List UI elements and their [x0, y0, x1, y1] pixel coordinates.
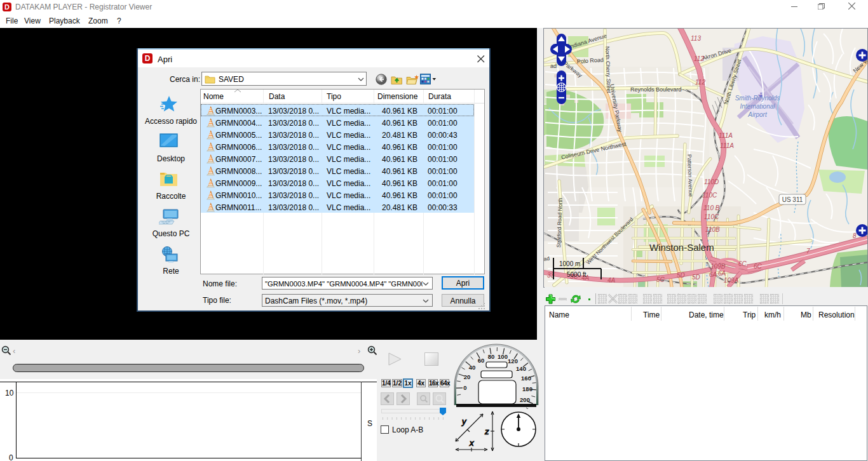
svg-text:6C: 6C	[738, 260, 747, 267]
svg-text:160: 160	[521, 375, 531, 382]
svg-text:x: x	[469, 438, 474, 448]
svg-text:6C: 6C	[754, 263, 763, 270]
svg-text:6A: 6A	[709, 271, 717, 278]
svg-text:5000 ft: 5000 ft	[567, 271, 587, 278]
svg-text:109A: 109A	[724, 277, 739, 284]
svg-text:6A: 6A	[718, 270, 726, 277]
svg-text:y: y	[461, 417, 467, 426]
svg-text:Airport: Airport	[747, 111, 768, 118]
svg-text:Smith-Reynolds: Smith-Reynolds	[735, 95, 780, 102]
svg-text:US 311: US 311	[782, 196, 803, 203]
svg-text:60: 60	[478, 357, 485, 364]
svg-text:7: 7	[806, 248, 810, 255]
svg-text:4A: 4A	[607, 277, 616, 284]
svg-text:113: 113	[691, 35, 701, 42]
svg-text:Winston-Salem: Winston-Salem	[649, 242, 714, 253]
svg-text:z: z	[484, 427, 489, 436]
svg-text:Reynolds Boulevard: Reynolds Boulevard	[630, 86, 682, 93]
svg-text:5D: 5D	[677, 272, 685, 279]
svg-text:8: 8	[853, 232, 857, 239]
svg-text:0: 0	[463, 384, 466, 391]
svg-text:140: 140	[516, 365, 526, 372]
svg-text:80: 80	[488, 353, 495, 360]
svg-text:110C: 110C	[702, 192, 717, 199]
svg-text:100: 100	[498, 353, 508, 360]
svg-text:120: 120	[508, 357, 518, 364]
svg-text:200: 200	[520, 396, 530, 403]
svg-text:111A: 111A	[719, 132, 733, 139]
svg-text:ad: ad	[550, 63, 557, 69]
svg-text:180: 180	[522, 385, 532, 392]
svg-text:5D: 5D	[692, 274, 700, 281]
svg-text:40: 40	[469, 364, 476, 371]
svg-text:International: International	[740, 103, 775, 110]
svg-text:110D: 110D	[704, 178, 719, 185]
svg-text:110C: 110C	[704, 213, 719, 220]
svg-text:111A: 111A	[720, 142, 734, 149]
svg-text:110B: 110B	[705, 226, 720, 233]
svg-text:1000 m: 1000 m	[559, 260, 580, 267]
svg-text:109B: 109B	[710, 263, 726, 270]
svg-text:112: 112	[695, 79, 705, 86]
svg-text:5C: 5C	[656, 276, 665, 283]
svg-text:112: 112	[694, 55, 704, 62]
svg-text:20: 20	[464, 373, 471, 380]
svg-text:110 B: 110 B	[703, 204, 720, 211]
